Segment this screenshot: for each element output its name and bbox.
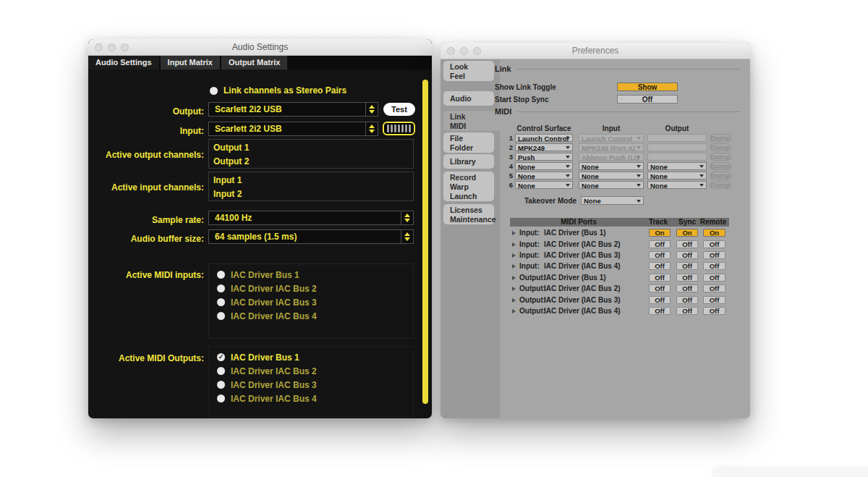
start-stop-sync-button[interactable]: Off — [617, 95, 678, 104]
midi-output-item[interactable]: IAC Driver IAC Bus 3 — [217, 378, 413, 392]
input-select[interactable]: None — [579, 162, 644, 170]
sidebar-item-file-folder[interactable]: File Folder — [443, 132, 494, 153]
sidebar-item-library[interactable]: Library — [443, 154, 494, 169]
list-item[interactable]: Output 1 — [209, 141, 413, 155]
sync-toggle[interactable]: Off — [676, 307, 698, 315]
remote-toggle[interactable]: Off — [703, 296, 726, 304]
audio-settings-titlebar[interactable]: Audio Settings — [88, 39, 432, 56]
takeover-mode-select[interactable]: None — [581, 196, 644, 205]
active-output-channels-list[interactable]: Output 1 Output 2 — [208, 139, 414, 169]
checkbox-icon[interactable] — [217, 298, 225, 306]
dump-button[interactable]: Dump — [710, 181, 731, 189]
sync-toggle[interactable]: Off — [676, 251, 698, 259]
expander-triangle-icon[interactable] — [512, 253, 516, 258]
tab-audio-settings[interactable]: Audio Settings — [88, 56, 159, 69]
input-select[interactable]: None — [579, 181, 644, 189]
input-select[interactable]: None — [579, 172, 644, 180]
stepper-arrows-icon[interactable] — [365, 122, 378, 135]
remote-toggle[interactable]: Off — [703, 251, 726, 259]
dump-button[interactable]: Dump — [710, 143, 731, 151]
sync-toggle[interactable]: On — [676, 229, 698, 237]
track-toggle[interactable]: Off — [649, 262, 671, 270]
midi-output-item[interactable]: IAC Driver IAC Bus 4 — [217, 392, 413, 405]
list-item[interactable]: Input 1 — [209, 174, 413, 187]
midi-input-item[interactable]: IAC Driver IAC Bus 3 — [217, 295, 413, 309]
tab-input-matrix[interactable]: Input Matrix — [161, 56, 220, 69]
remote-toggle[interactable]: Off — [703, 284, 726, 292]
midi-input-item[interactable]: IAC Driver IAC Bus 2 — [217, 282, 413, 295]
dump-button[interactable]: Dump — [710, 162, 731, 170]
output-select[interactable]: None — [647, 181, 707, 189]
sync-toggle[interactable]: Off — [676, 240, 698, 248]
output-device-select[interactable]: Scarlett 2i2 USB — [208, 102, 378, 117]
buffer-size-select[interactable]: 64 samples (1.5 ms) — [208, 229, 414, 244]
sidebar-item-licenses-maintenance[interactable]: Licenses Maintenance — [443, 204, 494, 224]
sync-toggle[interactable]: Off — [676, 284, 698, 292]
midi-input-item[interactable]: IAC Driver Bus 1 — [217, 268, 413, 282]
expander-triangle-icon[interactable] — [512, 231, 516, 235]
checkbox-icon[interactable] — [217, 312, 225, 320]
show-link-toggle-button[interactable]: Show — [617, 83, 678, 91]
midi-output-item[interactable]: IAC Driver Bus 1 — [217, 350, 413, 364]
remote-toggle[interactable]: Off — [703, 274, 726, 282]
control-surface-select[interactable]: None — [515, 162, 573, 170]
stepper-arrows-icon[interactable] — [365, 103, 378, 116]
stepper-arrows-icon[interactable] — [401, 211, 413, 224]
sidebar-item-audio[interactable]: Audio — [443, 91, 494, 106]
checkbox-icon[interactable] — [217, 367, 225, 375]
expander-triangle-icon[interactable] — [512, 264, 516, 269]
expander-triangle-icon[interactable] — [512, 309, 516, 313]
track-toggle[interactable]: Off — [649, 307, 671, 315]
close-button[interactable] — [447, 47, 455, 55]
checkbox-icon[interactable] — [217, 271, 225, 279]
checkbox-icon[interactable] — [217, 284, 225, 292]
expander-triangle-icon[interactable] — [512, 298, 516, 303]
remote-toggle[interactable]: Off — [703, 240, 726, 248]
track-toggle[interactable]: Off — [649, 284, 671, 292]
minimize-button[interactable] — [460, 47, 468, 55]
test-button[interactable]: Test — [383, 103, 415, 116]
midi-input-item[interactable]: IAC Driver IAC Bus 4 — [217, 309, 413, 323]
dump-button[interactable]: Dump — [710, 172, 731, 180]
sidebar-item-record-warp-launch[interactable]: Record Warp Launch — [443, 172, 494, 201]
output-select[interactable]: None — [647, 172, 707, 180]
list-item[interactable]: Output 2 — [209, 155, 413, 169]
sidebar-item-link-midi[interactable]: Link MIDI — [443, 111, 500, 131]
checkbox-icon[interactable] — [217, 394, 225, 402]
track-toggle[interactable]: Off — [649, 296, 671, 304]
control-surface-select[interactable]: MPK249 — [515, 143, 573, 151]
track-toggle[interactable]: Off — [649, 240, 671, 248]
midi-output-item[interactable]: IAC Driver IAC Bus 2 — [217, 364, 413, 378]
sidebar-item-look-feel[interactable]: Look Feel — [443, 61, 494, 81]
dump-button[interactable]: Dump — [710, 153, 731, 161]
expander-triangle-icon[interactable] — [512, 287, 516, 291]
stereo-pairs-checkbox-icon[interactable] — [210, 87, 218, 95]
control-surface-select[interactable]: Launch Control — [515, 134, 573, 142]
expander-triangle-icon[interactable] — [512, 242, 516, 247]
minimize-button[interactable] — [108, 43, 116, 51]
stepper-arrows-icon[interactable] — [401, 230, 413, 243]
stereo-pairs-checkbox-row[interactable]: Link channels as Stereo Pairs — [210, 85, 346, 96]
checkbox-icon[interactable] — [217, 381, 225, 389]
sync-toggle[interactable]: Off — [676, 262, 698, 270]
track-toggle[interactable]: Off — [649, 274, 671, 282]
control-surface-select[interactable]: None — [515, 172, 573, 180]
zoom-button[interactable] — [473, 47, 481, 55]
zoom-button[interactable] — [121, 43, 129, 51]
remote-toggle[interactable]: Off — [703, 307, 726, 315]
control-surface-select[interactable]: None — [515, 181, 573, 189]
checkbox-checked-icon[interactable] — [217, 353, 225, 361]
track-toggle[interactable]: On — [649, 229, 671, 237]
dump-button[interactable]: Dump — [710, 134, 731, 142]
sync-toggle[interactable]: Off — [676, 296, 698, 304]
control-surface-select[interactable]: Push — [515, 153, 573, 161]
sample-rate-select[interactable]: 44100 Hz — [208, 211, 414, 225]
active-input-channels-list[interactable]: Input 1 Input 2 — [208, 172, 414, 201]
track-toggle[interactable]: Off — [649, 251, 671, 259]
output-select[interactable]: None — [647, 162, 707, 170]
input-device-select[interactable]: Scarlett 2i2 USB — [208, 122, 378, 136]
remote-toggle[interactable]: Off — [703, 262, 726, 270]
scrollbar[interactable] — [422, 80, 428, 404]
expander-triangle-icon[interactable] — [512, 276, 516, 280]
preferences-titlebar[interactable]: Preferences — [441, 43, 750, 59]
